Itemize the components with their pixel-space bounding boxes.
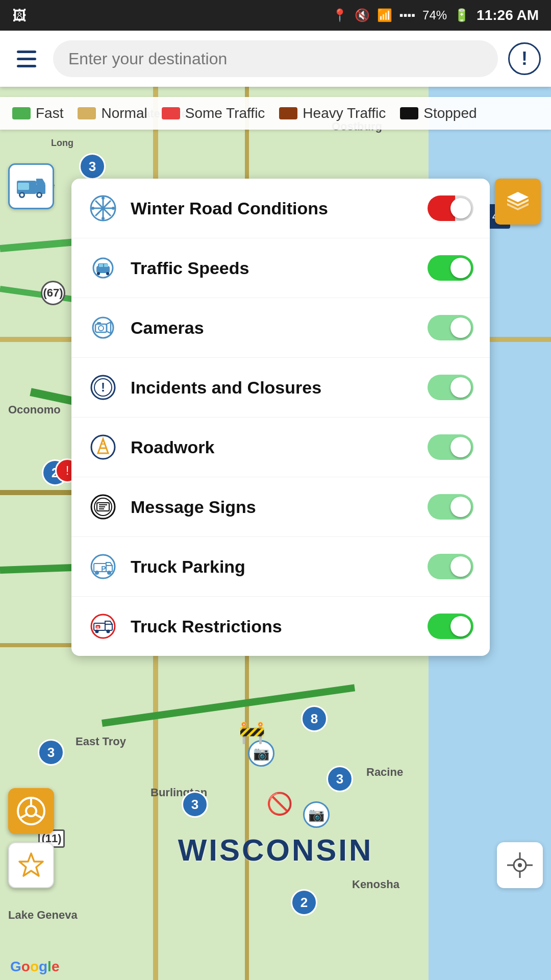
layer-icon-roadwork [88, 432, 118, 462]
svg-rect-25 [99, 264, 103, 267]
toggle-winter[interactable] [428, 195, 473, 221]
legend-heavy-label: Heavy Traffic [303, 105, 386, 121]
legend-some-traffic: Some Traffic [162, 105, 265, 121]
info-button[interactable]: ! [508, 42, 541, 75]
legend-normal-color [78, 107, 96, 119]
photo-icon: 🖼 [12, 7, 27, 24]
layer-label-traffic-speeds: Traffic Speeds [131, 258, 415, 279]
svg-marker-65 [19, 853, 43, 876]
layer-panel: Winter Road Conditions Traffic Speeds [71, 179, 490, 656]
layer-icon-winter [88, 193, 118, 224]
battery-icon: 🔋 [454, 8, 469, 22]
status-bar-left: 🖼 [12, 7, 27, 24]
svg-marker-36 [98, 439, 108, 453]
status-bar: 🖼 📍 🔇 📶 ▪▪▪▪ 74% 🔋 11:26 AM [0, 0, 551, 31]
warning-circle-icon: ! [90, 374, 116, 401]
map-label-kenosha: Kenosha [352, 878, 399, 891]
map-label-easttroy: East Troy [76, 735, 126, 748]
svg-point-17 [102, 217, 105, 220]
svg-point-50 [107, 571, 111, 575]
legend-heavy-traffic: Heavy Traffic [279, 105, 386, 121]
svg-marker-30 [107, 322, 111, 333]
layer-label-cameras: Cameras [131, 317, 415, 338]
layer-item-incidents[interactable]: ! Incidents and Closures [71, 358, 490, 418]
truck-parking-icon: P [90, 553, 116, 580]
layer-item-cameras[interactable]: Cameras [71, 298, 490, 358]
badge-2-bottom: 2 [291, 889, 317, 916]
toggle-cameras[interactable] [428, 315, 473, 340]
legend-fast: Fast [12, 105, 63, 121]
badge-3-top: 3 [79, 153, 106, 180]
truck-icon [16, 174, 46, 199]
star-icon [17, 851, 45, 879]
svg-point-7 [20, 193, 23, 197]
layer-item-message-signs[interactable]: Message Signs [71, 477, 490, 537]
bottom-left-buttons [8, 788, 54, 888]
svg-text:!: ! [101, 380, 105, 394]
info-icon: ! [521, 48, 528, 69]
sign-icon [90, 494, 116, 520]
svg-rect-26 [104, 264, 108, 267]
layer-item-roadwork[interactable]: Roadwork [71, 418, 490, 477]
toggle-truck-restrictions[interactable] [428, 614, 473, 639]
legend-stopped: Stopped [400, 105, 477, 121]
hamburger-line-1 [17, 51, 36, 53]
legend-bar: Fast Normal Some Traffic Heavy Traffic S… [0, 97, 551, 130]
toggle-thumb-winter [450, 198, 471, 218]
svg-rect-10 [18, 183, 29, 190]
toggle-traffic-speeds[interactable] [428, 255, 473, 281]
google-logo: Google [10, 959, 59, 975]
svg-marker-5 [36, 179, 45, 184]
legend-some-color [162, 107, 180, 119]
svg-point-19 [112, 207, 115, 210]
svg-marker-55 [105, 621, 112, 624]
layer-item-truck-parking[interactable]: P Truck Parking [71, 537, 490, 597]
truck-button[interactable] [8, 163, 54, 209]
toggle-message-signs[interactable] [428, 494, 473, 520]
hamburger-button[interactable] [10, 42, 43, 75]
layer-label-winter: Winter Road Conditions [131, 198, 415, 219]
layer-label-truck-restrictions: Truck Restrictions [131, 616, 415, 637]
map-label-longlake: Long [51, 138, 73, 149]
toggle-truck-parking[interactable] [428, 554, 473, 579]
svg-point-16 [102, 197, 105, 200]
layer-item-truck-restrictions[interactable]: R Truck Restrictions [71, 597, 490, 656]
layer-icon-cameras [88, 312, 118, 343]
wifi-icon: 📶 [377, 8, 392, 22]
layer-label-roadwork: Roadwork [131, 437, 415, 458]
search-bar-container: ! [0, 31, 551, 87]
status-bar-right: 📍 🔇 📶 ▪▪▪▪ 74% 🔋 11:26 AM [332, 7, 539, 23]
toggle-thumb-truck-parking [450, 556, 471, 577]
svg-point-71 [518, 863, 522, 867]
toggle-roadwork[interactable] [428, 434, 473, 460]
layer-label-message-signs: Message Signs [131, 497, 415, 518]
hamburger-line-2 [17, 58, 36, 60]
steering-button[interactable] [8, 788, 54, 834]
svg-text:R: R [96, 625, 99, 630]
svg-rect-54 [105, 624, 112, 630]
svg-point-29 [98, 326, 104, 331]
layer-item-winter[interactable]: Winter Road Conditions [71, 179, 490, 238]
svg-point-23 [97, 272, 100, 275]
toggle-thumb-message [450, 497, 471, 517]
destination-input[interactable] [53, 40, 498, 77]
toggle-incidents[interactable] [428, 375, 473, 400]
layer-item-traffic-speeds[interactable]: Traffic Speeds [71, 238, 490, 298]
toggle-thumb-truck-restrict [450, 616, 471, 636]
layer-icon-truck-parking: P [88, 551, 118, 582]
crosshair-button[interactable] [497, 842, 543, 888]
map-label-oconomo: Oconomo [8, 403, 61, 416]
layers-icon [505, 189, 531, 214]
layer-toggle-button[interactable] [495, 179, 541, 225]
legend-fast-label: Fast [36, 105, 63, 121]
legend-stopped-label: Stopped [423, 105, 477, 121]
map-restriction-icon: 🚫 [266, 791, 293, 816]
toggle-thumb-cameras [450, 317, 471, 338]
layer-label-truck-parking: Truck Parking [131, 556, 415, 577]
svg-marker-48 [106, 562, 112, 566]
favorites-button[interactable] [8, 842, 54, 888]
badge-8: 8 [301, 705, 328, 732]
truck-restrict-icon: R [90, 613, 116, 640]
mute-icon: 🔇 [355, 8, 370, 22]
legend-normal-label: Normal [101, 105, 147, 121]
